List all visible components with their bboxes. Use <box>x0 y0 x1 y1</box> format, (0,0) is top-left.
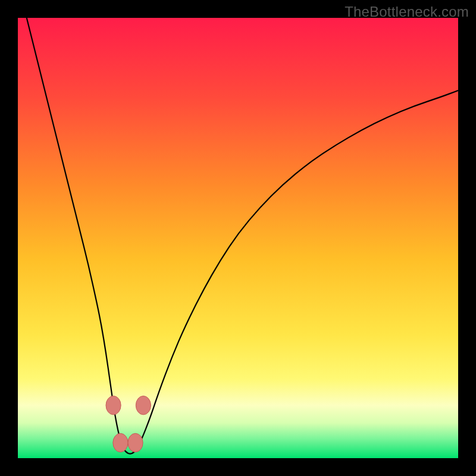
chart-svg <box>18 18 458 458</box>
curve-marker <box>106 396 121 414</box>
curve-marker <box>136 396 151 414</box>
curve-marker <box>128 433 143 452</box>
app-frame: TheBottleneck.com <box>0 0 476 476</box>
curve-marker <box>113 433 128 452</box>
gradient-background <box>18 18 458 458</box>
chart-area <box>18 18 458 458</box>
